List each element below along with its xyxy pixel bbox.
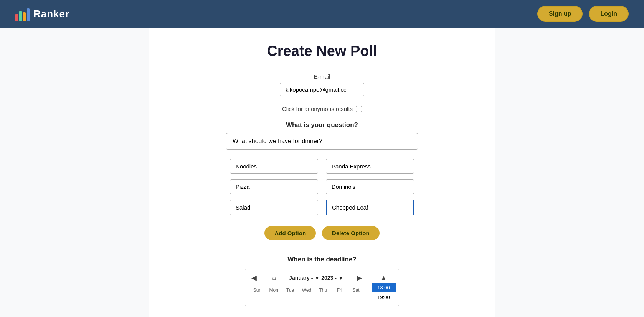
options-row-1 (230, 159, 414, 174)
anonymous-checkbox[interactable] (356, 106, 362, 112)
logo-area: Ranker (15, 7, 69, 21)
option-1-right[interactable] (326, 159, 414, 174)
delete-option-button[interactable]: Delete Option (322, 226, 380, 240)
time-up-button[interactable]: ▲ (379, 273, 388, 283)
cal-prev-button[interactable]: ◀ (249, 273, 259, 283)
cal-day-label: Mon (266, 286, 282, 294)
bar3 (23, 12, 26, 21)
header-buttons: Sign up Login (537, 6, 629, 22)
option-3-right[interactable] (326, 200, 414, 215)
cal-year: 2023 - (321, 275, 337, 281)
cal-day-label: Thu (315, 286, 331, 294)
action-buttons: Add Option Delete Option (157, 226, 487, 240)
deadline-label: When is the deadline? (157, 256, 487, 263)
cal-year-arrow: ▼ (338, 275, 343, 281)
option-1-left[interactable] (230, 159, 318, 174)
email-label: E-mail (314, 73, 330, 80)
bar4 (27, 8, 30, 21)
calendar-days-header: SunMonTueWedThuFriSat (249, 286, 364, 294)
cal-month-arrow: ▼ (314, 275, 320, 281)
deadline-section: When is the deadline? ◀ ⌂ January - ▼ 20… (157, 256, 487, 306)
time-slot-selected[interactable]: 18:00 (372, 283, 396, 292)
anonymous-row: Click for anonymous results (157, 106, 487, 112)
anonymous-label: Click for anonymous results (282, 106, 353, 112)
login-button[interactable]: Login (589, 6, 629, 22)
cal-day-label: Wed (299, 286, 315, 294)
add-option-button[interactable]: Add Option (264, 226, 316, 240)
options-row-3 (230, 200, 414, 215)
options-section (157, 159, 487, 215)
logo-icon (15, 7, 30, 21)
header: Ranker Sign up Login (0, 0, 644, 28)
question-input[interactable] (226, 133, 418, 150)
signup-button[interactable]: Sign up (537, 6, 583, 22)
question-label: What is your question? (157, 121, 487, 129)
cal-month-year: January - ▼ 2023 - ▼ (289, 275, 343, 281)
logo-label: Ranker (33, 8, 69, 20)
option-2-right[interactable] (326, 179, 414, 194)
cal-home-button[interactable]: ⌂ (270, 274, 278, 282)
bar2 (19, 11, 22, 21)
cal-month: January - (289, 275, 313, 281)
main-content: Create New Poll E-mail Click for anonymo… (149, 28, 495, 317)
cal-day-label: Tue (282, 286, 299, 294)
calendar-header: ◀ ⌂ January - ▼ 2023 - ▼ ▶ (249, 273, 364, 283)
time-slot-next[interactable]: 19:00 (372, 292, 396, 302)
email-section: E-mail (157, 73, 487, 96)
options-row-2 (230, 179, 414, 194)
bar1 (15, 14, 18, 21)
cal-next-button[interactable]: ▶ (354, 273, 364, 283)
email-input[interactable] (280, 83, 364, 96)
question-section: What is your question? (157, 121, 487, 150)
calendar-main: ◀ ⌂ January - ▼ 2023 - ▼ ▶ SunMonTueWedT… (245, 269, 368, 306)
time-picker: ▲ 18:00 19:00 (368, 269, 399, 306)
cal-day-label: Sat (348, 286, 364, 294)
option-2-left[interactable] (230, 179, 318, 194)
page-title: Create New Poll (157, 43, 487, 59)
option-3-left[interactable] (230, 200, 318, 215)
cal-day-label: Fri (331, 286, 348, 294)
calendar-widget: ◀ ⌂ January - ▼ 2023 - ▼ ▶ SunMonTueWedT… (245, 269, 399, 306)
cal-day-label: Sun (249, 286, 266, 294)
